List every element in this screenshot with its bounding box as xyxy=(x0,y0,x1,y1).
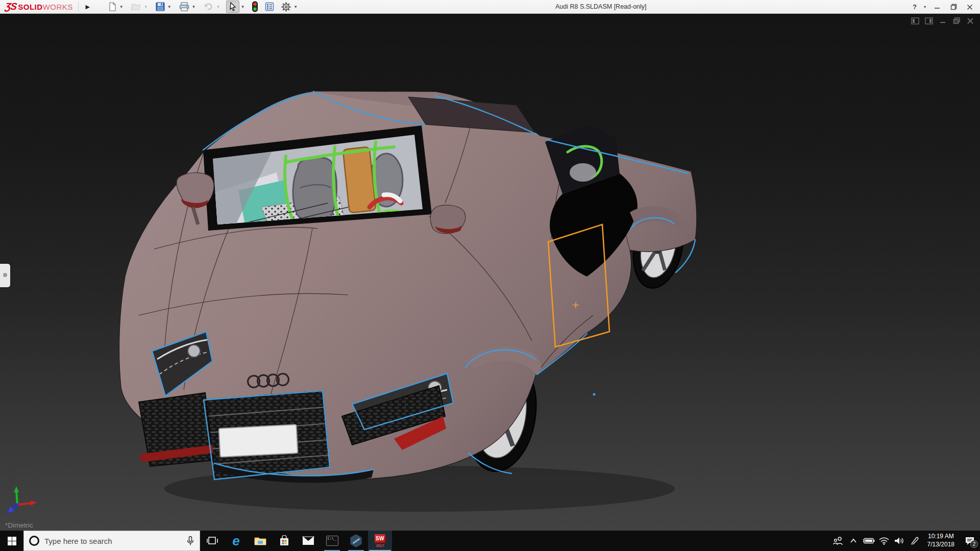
quick-access-toolbar: ▼ ▼ xyxy=(106,0,304,14)
feature-manager-collapsed-tab[interactable] xyxy=(0,264,10,287)
save-dropdown[interactable]: ▼ xyxy=(167,5,172,9)
open-button[interactable] xyxy=(130,1,143,13)
system-tray: 10:19 AM 7/13/2018 2 xyxy=(830,531,980,551)
solidworks-logo: ƷS SOLID WORKS xyxy=(0,0,76,14)
file-explorer-button[interactable] xyxy=(248,531,272,551)
display-settings-button[interactable] xyxy=(263,1,276,13)
open-icon xyxy=(131,2,142,12)
command-prompt-icon: C:\_ xyxy=(326,536,338,546)
close-button[interactable] xyxy=(963,2,977,13)
microphone-icon[interactable] xyxy=(186,536,194,546)
hexagon-app-button[interactable] xyxy=(344,531,368,551)
windows-taskbar: e xyxy=(0,531,980,551)
undo-dropdown[interactable]: ▼ xyxy=(216,5,220,9)
traffic-light-button[interactable] xyxy=(251,1,259,13)
file-explorer-icon xyxy=(254,536,266,546)
solidworks-logo-works: WORKS xyxy=(43,3,73,11)
taskbar-app-icons: e xyxy=(200,531,392,551)
microsoft-store-button[interactable] xyxy=(272,531,296,551)
split-pane-right-icon[interactable] xyxy=(924,17,934,25)
new-document-dropdown[interactable]: ▼ xyxy=(119,5,124,9)
mail-icon xyxy=(302,536,314,545)
graphics-viewport[interactable]: *Dimetric xyxy=(0,14,980,531)
windows-logo-icon xyxy=(8,537,16,545)
pen-icon[interactable] xyxy=(907,531,922,551)
vertex-point xyxy=(593,393,596,396)
restore-button[interactable] xyxy=(946,2,961,13)
task-view-icon xyxy=(207,536,218,546)
help-button[interactable]: ? xyxy=(910,2,920,13)
gear-icon xyxy=(281,2,291,12)
store-icon xyxy=(279,535,290,546)
window-controls: ? ▾ xyxy=(910,0,977,14)
select-cursor-icon xyxy=(228,2,238,12)
print-icon xyxy=(179,2,190,12)
restore-icon xyxy=(950,4,957,10)
edge-icon: e xyxy=(232,534,239,547)
solidworks-2017-icon: SW 2017 xyxy=(375,534,386,547)
toolbar-separator xyxy=(78,2,79,12)
edge-browser-button[interactable]: e xyxy=(224,531,248,551)
command-prompt-button[interactable]: C:\_ xyxy=(320,531,344,551)
doc-minimize-icon[interactable] xyxy=(938,17,947,25)
close-icon xyxy=(967,4,973,10)
left-air-intake xyxy=(139,393,213,466)
battery-icon[interactable] xyxy=(861,531,876,551)
undo-icon xyxy=(203,2,214,12)
open-dropdown[interactable]: ▼ xyxy=(144,5,148,9)
menu-flyout-arrow[interactable]: ▶ xyxy=(84,2,92,12)
wifi-icon[interactable] xyxy=(876,531,892,551)
options-dropdown[interactable]: ▼ xyxy=(293,5,298,9)
3d-model-audi-r8[interactable] xyxy=(108,76,700,520)
search-input[interactable] xyxy=(44,537,181,545)
action-center-button[interactable]: 2 xyxy=(960,531,980,551)
hidden-icons-chevron[interactable] xyxy=(846,531,861,551)
new-document-icon xyxy=(107,2,117,12)
cortana-icon xyxy=(29,536,39,546)
print-button[interactable] xyxy=(178,1,191,13)
print-dropdown[interactable]: ▼ xyxy=(192,5,196,9)
select-tool-dropdown[interactable]: ▼ xyxy=(240,5,244,9)
right-mirror[interactable] xyxy=(430,205,465,234)
start-button[interactable] xyxy=(0,531,23,551)
volume-icon[interactable] xyxy=(892,531,907,551)
save-button[interactable] xyxy=(154,1,166,13)
solidworks-logo-mark: ƷS xyxy=(4,1,17,12)
solidworks-2017-button[interactable]: SW 2017 xyxy=(368,531,392,551)
taskbar-clock[interactable]: 10:19 AM 7/13/2018 xyxy=(922,533,960,548)
taskbar-search[interactable] xyxy=(23,531,200,551)
people-icon[interactable] xyxy=(830,531,846,551)
split-pane-left-icon[interactable] xyxy=(911,17,920,25)
license-plate xyxy=(219,424,298,457)
minimize-button[interactable] xyxy=(930,2,944,13)
task-view-button[interactable] xyxy=(200,531,224,551)
minimize-icon xyxy=(934,4,940,10)
window-title: Audi R8 S.SLDASM [Read-only] xyxy=(555,0,647,14)
clock-time: 10:19 AM xyxy=(927,533,954,541)
save-icon xyxy=(155,2,165,12)
title-bar: ƷS SOLID WORKS ▶ ▼ xyxy=(0,0,980,14)
clock-date: 7/13/2018 xyxy=(927,541,954,549)
hexagon-app-icon xyxy=(350,534,363,547)
doc-restore-icon[interactable] xyxy=(952,17,961,25)
help-dropdown[interactable]: ▾ xyxy=(922,2,928,13)
mail-button[interactable] xyxy=(296,531,320,551)
view-orientation-label: *Dimetric xyxy=(5,521,33,529)
notification-badge: 2 xyxy=(970,540,978,548)
traffic-light-icon xyxy=(252,1,258,12)
orientation-triad xyxy=(3,484,42,518)
display-settings-icon xyxy=(264,2,275,12)
new-document-button[interactable] xyxy=(106,1,118,13)
undo-button[interactable] xyxy=(202,1,215,13)
options-button[interactable] xyxy=(280,1,292,13)
solidworks-logo-solid: SOLID xyxy=(18,3,42,11)
doc-close-icon[interactable] xyxy=(966,17,975,25)
select-tool-button[interactable] xyxy=(226,1,239,13)
document-window-controls xyxy=(911,17,975,25)
solidworks-app: ƷS SOLID WORKS ▶ ▼ xyxy=(0,0,980,551)
